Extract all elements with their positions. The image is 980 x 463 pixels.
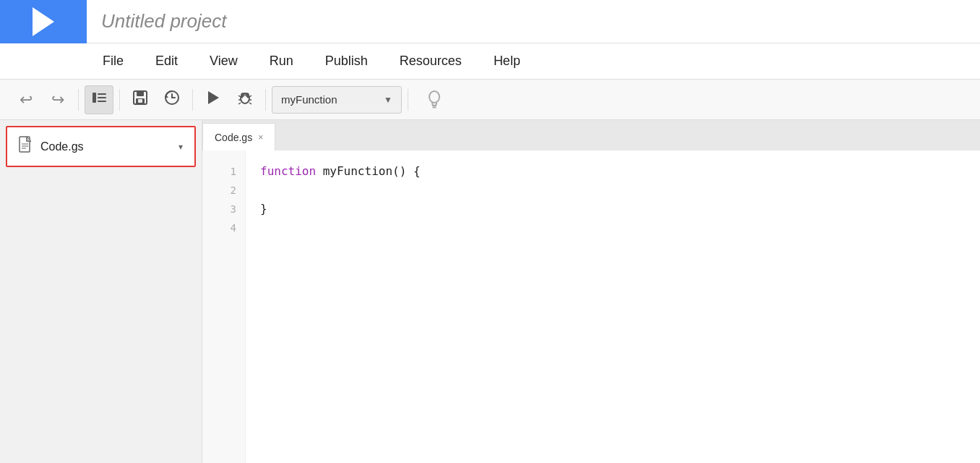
line-numbers: 1 2 3 4 [202, 150, 246, 463]
svg-rect-3 [98, 101, 106, 102]
code-closing-brace: } [260, 200, 267, 218]
format-button[interactable] [85, 85, 113, 114]
sidebar-file-name: Code.gs [40, 140, 171, 153]
sidebar: Code.gs ▾ [0, 120, 202, 463]
line-number-3: 3 [231, 200, 236, 218]
menu-item-help[interactable]: Help [478, 46, 536, 76]
menu-item-file[interactable]: File [87, 46, 139, 76]
svg-point-13 [241, 93, 249, 103]
title-bar: Untitled project [0, 0, 980, 43]
logo-arrow [33, 7, 54, 36]
logo[interactable] [0, 0, 87, 43]
svg-point-25 [247, 96, 249, 98]
debug-button[interactable] [231, 85, 259, 114]
menu-item-resources[interactable]: Resources [384, 46, 478, 76]
code-content[interactable]: function myFunction() { } [246, 150, 980, 463]
svg-line-19 [249, 95, 252, 97]
keyword-function: function [260, 162, 316, 181]
menu-item-publish[interactable]: Publish [309, 46, 384, 76]
svg-point-26 [429, 91, 439, 103]
separator-2 [119, 89, 120, 111]
file-icon [19, 136, 33, 157]
svg-line-22 [238, 103, 241, 104]
code-editor[interactable]: 1 2 3 4 function myFunction() { } [202, 150, 980, 463]
svg-line-23 [249, 103, 252, 104]
separator-4 [265, 89, 266, 111]
editor-area: Code.gs × 1 2 3 4 function myFunction() … [202, 120, 980, 463]
code-line-3: } [260, 200, 966, 218]
svg-rect-5 [137, 91, 144, 96]
svg-rect-7 [138, 99, 142, 103]
function-selector[interactable]: myFunction ▼ [272, 86, 402, 114]
separator-1 [78, 89, 79, 111]
line-number-4: 4 [231, 218, 236, 237]
debug-icon [236, 89, 254, 110]
editor-tab[interactable]: Code.gs × [202, 123, 275, 150]
svg-rect-0 [93, 93, 96, 103]
svg-marker-12 [208, 91, 219, 104]
code-line-2 [260, 181, 966, 200]
tab-close-button[interactable]: × [258, 132, 263, 143]
history-button[interactable] [158, 85, 186, 114]
tab-bar: Code.gs × [202, 120, 980, 150]
format-icon [91, 91, 107, 108]
svg-point-24 [241, 96, 244, 98]
sidebar-file-dropdown: ▾ [179, 142, 183, 152]
code-line-4 [260, 218, 966, 237]
svg-rect-2 [98, 97, 106, 98]
menu-item-view[interactable]: View [194, 46, 254, 76]
undo-icon: ↩ [20, 90, 33, 109]
main-area: Code.gs ▾ Code.gs × 1 2 3 4 function myF… [0, 120, 980, 463]
run-icon [207, 90, 220, 109]
tab-label: Code.gs [215, 132, 252, 143]
redo-button[interactable]: ↪ [43, 85, 72, 114]
svg-rect-1 [98, 93, 106, 95]
menu-bar: File Edit View Run Publish Resources Hel… [0, 43, 980, 80]
code-line-1: function myFunction() { [260, 162, 966, 181]
save-icon [132, 89, 149, 110]
bulb-icon [426, 90, 443, 110]
redo-icon: ↪ [51, 90, 64, 109]
function-selector-arrow: ▼ [384, 95, 392, 105]
menu-item-edit[interactable]: Edit [139, 46, 194, 76]
run-button[interactable] [199, 85, 228, 114]
svg-line-18 [238, 95, 241, 97]
project-title: Untitled project [87, 10, 226, 33]
line-number-1: 1 [231, 162, 236, 181]
toolbar: ↩ ↪ [0, 80, 980, 120]
history-icon [163, 89, 181, 110]
separator-3 [192, 89, 193, 111]
sidebar-file-item[interactable]: Code.gs ▾ [6, 126, 196, 167]
function-selector-label: myFunction [281, 93, 378, 106]
code-function-name: myFunction() { [316, 162, 421, 181]
hint-button[interactable] [420, 85, 449, 114]
svg-marker-30 [27, 137, 31, 141]
save-button[interactable] [126, 85, 155, 114]
line-number-2: 2 [231, 181, 236, 200]
menu-item-run[interactable]: Run [254, 46, 309, 76]
separator-5 [408, 89, 408, 111]
undo-button[interactable]: ↩ [12, 85, 40, 114]
